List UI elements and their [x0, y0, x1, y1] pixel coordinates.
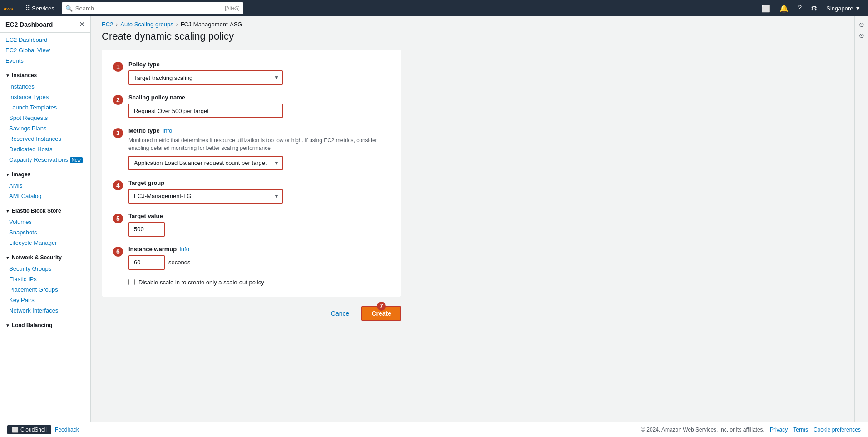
- sidebar: EC2 Dashboard ✕ EC2 Dashboard EC2 Global…: [0, 16, 91, 422]
- breadcrumb-sep-1: ›: [116, 21, 118, 28]
- page-content: Create dynamic scaling policy 1 Policy t…: [91, 30, 854, 332]
- target-group-select[interactable]: FCJ-Management-TG: [128, 189, 283, 204]
- feedback-button[interactable]: Feedback: [55, 427, 79, 433]
- footer-terms-link[interactable]: Terms: [793, 427, 808, 433]
- step-3-row: 3 Metric type Info Monitored metric that…: [113, 127, 390, 170]
- step-2-row: 2 Scaling policy name: [113, 94, 390, 118]
- right-icon-2[interactable]: ⊙: [857, 31, 866, 40]
- metric-type-label: Metric type Info: [128, 127, 390, 134]
- sidebar-section-images: ▼ Images AMIs AMI Catalog: [0, 167, 90, 203]
- sidebar-section-top: EC2 Dashboard EC2 Global View Events: [0, 33, 90, 68]
- buttons-row: Cancel 7 Create: [102, 306, 401, 321]
- metric-type-group: Metric type Info Monitored metric that d…: [128, 127, 390, 170]
- sidebar-section-instances: ▼ Instances Instances Instance Types Lau…: [0, 68, 90, 167]
- sidebar-item-dedicated-hosts[interactable]: Dedicated Hosts: [0, 144, 90, 154]
- help-icon-button[interactable]: ?: [794, 2, 805, 14]
- sidebar-close-button[interactable]: ✕: [79, 20, 85, 29]
- sidebar-item-ec2-dashboard[interactable]: EC2 Dashboard: [0, 35, 90, 45]
- sidebar-item-launch-templates[interactable]: Launch Templates: [0, 102, 90, 113]
- policy-type-group: Policy type Target tracking scaling Step…: [128, 61, 390, 85]
- lb-arrow-icon: ▼: [5, 323, 10, 328]
- footer: ⬜ CloudShell Feedback © 2024, Amazon Web…: [0, 422, 868, 437]
- sidebar-item-security-groups[interactable]: Security Groups: [0, 263, 90, 274]
- scaling-policy-name-group: Scaling policy name: [128, 94, 390, 118]
- target-group-group: Target group FCJ-Management-TG ▼: [128, 179, 390, 204]
- sidebar-section-network: ▼ Network & Security Security Groups Ela…: [0, 250, 90, 318]
- cloudshell-button[interactable]: ⬜ CloudShell: [7, 425, 51, 434]
- images-arrow-icon: ▼: [5, 172, 10, 177]
- sidebar-item-ami-catalog[interactable]: AMI Catalog: [0, 191, 90, 201]
- footer-privacy-link[interactable]: Privacy: [770, 427, 788, 433]
- target-value-input[interactable]: [128, 222, 165, 237]
- content-area: EC2 › Auto Scaling groups › FCJ-Manageme…: [91, 16, 854, 422]
- seconds-label: seconds: [168, 259, 190, 266]
- breadcrumb-auto-scaling-groups[interactable]: Auto Scaling groups: [120, 21, 173, 28]
- target-value-group: Target value: [128, 213, 390, 237]
- sidebar-title: EC2 Dashboard: [5, 21, 53, 28]
- sidebar-item-capacity-reservations[interactable]: Capacity Reservations New: [0, 154, 90, 165]
- form-panel: 1 Policy type Target tracking scaling St…: [102, 50, 401, 297]
- sidebar-item-key-pairs[interactable]: Key Pairs: [0, 295, 90, 305]
- footer-cookie-link[interactable]: Cookie preferences: [814, 427, 861, 433]
- scaling-policy-name-input[interactable]: [128, 104, 283, 118]
- warmup-row: seconds: [128, 255, 390, 270]
- region-button[interactable]: Singapore ▼: [823, 3, 864, 14]
- cancel-button[interactable]: Cancel: [326, 307, 356, 320]
- sidebar-item-elastic-ips[interactable]: Elastic IPs: [0, 274, 90, 284]
- step-7-number: 7: [377, 302, 386, 311]
- sidebar-item-ec2-global-view[interactable]: EC2 Global View: [0, 45, 90, 55]
- metric-type-select[interactable]: Application Load Balancer request count …: [128, 156, 283, 170]
- sidebar-item-snapshots[interactable]: Snapshots: [0, 227, 90, 238]
- sidebar-section-network-header[interactable]: ▼ Network & Security: [0, 252, 90, 263]
- sidebar-item-savings-plans[interactable]: Savings Plans: [0, 123, 90, 134]
- search-icon: 🔍: [65, 5, 73, 12]
- terminal-icon-button[interactable]: ⬜: [758, 2, 774, 15]
- sidebar-section-ebs-header[interactable]: ▼ Elastic Block Store: [0, 205, 90, 217]
- sidebar-item-spot-requests[interactable]: Spot Requests: [0, 113, 90, 123]
- create-button-wrapper: 7 Create: [361, 306, 401, 321]
- step-5-row: 5 Target value: [113, 213, 390, 237]
- instance-warmup-info-link[interactable]: Info: [179, 246, 189, 253]
- disable-scale-in-row: Disable scale in to create only a scale-…: [113, 279, 390, 286]
- step-4-number: 4: [113, 180, 123, 190]
- instance-warmup-input[interactable]: [128, 255, 165, 270]
- sidebar-item-network-interfaces[interactable]: Network Interfaces: [0, 305, 90, 316]
- sidebar-item-instances[interactable]: Instances: [0, 81, 90, 92]
- breadcrumb: EC2 › Auto Scaling groups › FCJ-Manageme…: [91, 16, 854, 30]
- settings-icon-button[interactable]: ⚙: [807, 2, 821, 15]
- sidebar-item-volumes[interactable]: Volumes: [0, 217, 90, 227]
- sidebar-item-amis[interactable]: AMIs: [0, 180, 90, 191]
- step-2-number: 2: [113, 95, 123, 105]
- breadcrumb-ec2[interactable]: EC2: [102, 21, 113, 28]
- step-1-row: 1 Policy type Target tracking scaling St…: [113, 61, 390, 85]
- step-5-number: 5: [113, 214, 123, 223]
- terminal-icon: ⬜: [12, 427, 19, 433]
- metric-type-description: Monitored metric that determines if reso…: [128, 137, 390, 152]
- sidebar-item-reserved-instances[interactable]: Reserved Instances: [0, 134, 90, 144]
- sidebar-item-events[interactable]: Events: [0, 55, 90, 66]
- disable-scale-in-label: Disable scale in to create only a scale-…: [138, 279, 264, 286]
- instance-warmup-label: Instance warmup Info: [128, 246, 390, 253]
- sidebar-section-instances-header[interactable]: ▼ Instances: [0, 70, 90, 81]
- footer-right: © 2024, Amazon Web Services, Inc. or its…: [641, 427, 861, 433]
- bell-icon-button[interactable]: 🔔: [776, 2, 792, 15]
- sidebar-item-placement-groups[interactable]: Placement Groups: [0, 284, 90, 295]
- disable-scale-in-checkbox[interactable]: [128, 279, 135, 285]
- policy-type-label: Policy type: [128, 61, 390, 68]
- sidebar-item-lifecycle-manager[interactable]: Lifecycle Manager: [0, 238, 90, 248]
- right-icon-1[interactable]: ⊙: [857, 20, 866, 29]
- sidebar-section-images-header[interactable]: ▼ Images: [0, 169, 90, 180]
- svg-text:aws: aws: [4, 6, 13, 11]
- sidebar-item-instance-types[interactable]: Instance Types: [0, 92, 90, 102]
- breadcrumb-current: FCJ-Management-ASG: [181, 21, 242, 28]
- search-input[interactable]: [75, 5, 222, 12]
- footer-left: ⬜ CloudShell Feedback: [7, 425, 79, 434]
- sidebar-section-load-balancing-header[interactable]: ▼ Load Balancing: [0, 319, 90, 331]
- services-button[interactable]: ⠿ Services: [22, 3, 58, 14]
- right-panel: ⊙ ⊙: [854, 16, 868, 422]
- grid-icon: ⠿: [25, 5, 30, 12]
- instances-arrow-icon: ▼: [5, 73, 10, 78]
- policy-type-select[interactable]: Target tracking scaling Step scaling Sim…: [128, 70, 283, 85]
- search-shortcut: [Alt+S]: [225, 5, 240, 11]
- metric-type-info-link[interactable]: Info: [163, 127, 173, 134]
